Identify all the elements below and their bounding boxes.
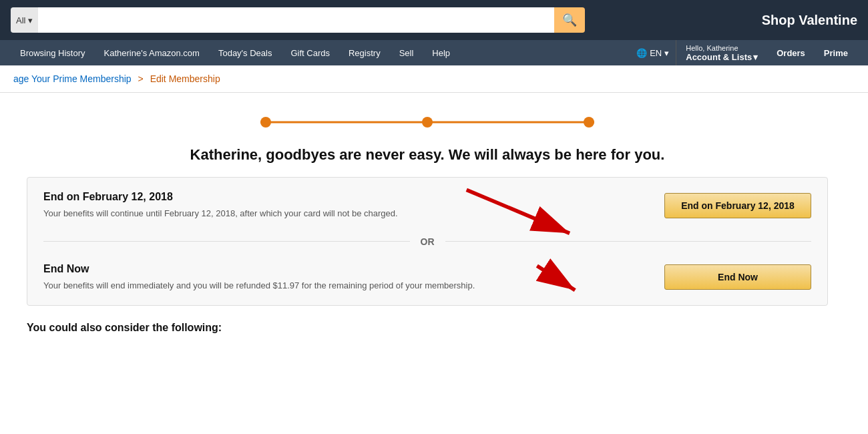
sidebar-item-sell[interactable]: Sell [390, 40, 423, 65]
top-bar: All ▾ 🔍 Shop Valentine [0, 0, 868, 40]
or-divider: OR [27, 234, 827, 250]
end-now-button[interactable]: End Now [664, 264, 811, 290]
breadcrumb-parent-link[interactable]: age Your Prime Membership [13, 73, 132, 84]
dropdown-arrow-icon: ▾ [28, 15, 33, 25]
shop-valentine-text: Shop Valentine [762, 13, 857, 28]
breadcrumb: age Your Prime Membership > Edit Members… [0, 65, 868, 93]
lang-label: EN [650, 48, 662, 58]
progress-dot-1 [260, 117, 271, 128]
account-section[interactable]: Hello, Katherine Account & Lists ▾ [676, 40, 767, 65]
search-category-dropdown[interactable]: All ▾ [11, 7, 38, 33]
options-card: End on February 12, 2018 Your benefits w… [27, 177, 828, 306]
end-on-date-button[interactable]: End on February 12, 2018 [664, 193, 811, 218]
progress-steps [27, 117, 828, 128]
option1-title: End on February 12, 2018 [43, 191, 638, 203]
option2-description: Your benefits will end immediately and y… [43, 279, 511, 292]
progress-dot-2 [422, 117, 433, 128]
main-content: Katherine, goodbyes are never easy. We w… [0, 93, 855, 353]
or-text: OR [410, 236, 445, 247]
search-icon: 🔍 [562, 13, 577, 27]
sidebar-item-browsing-history[interactable]: Browsing History [11, 40, 95, 65]
main-heading: Katherine, goodbyes are never easy. We w… [27, 146, 828, 164]
option2-title: End Now [43, 263, 638, 275]
search-container: All ▾ 🔍 [11, 7, 585, 33]
or-line-left [43, 241, 410, 242]
option1-description: Your benefits will continue until Februa… [43, 207, 511, 220]
globe-icon: 🌐 [636, 48, 647, 58]
option1-text: End on February 12, 2018 Your benefits w… [43, 191, 664, 220]
progress-dot-3 [584, 117, 594, 128]
search-category-label: All [16, 15, 25, 25]
account-arrow-icon: ▾ [753, 52, 758, 62]
sidebar-item-todays-deals[interactable]: Today's Deals [209, 40, 282, 65]
option-end-on-date-section: End on February 12, 2018 Your benefits w… [27, 178, 827, 234]
account-label: Account & Lists ▾ [686, 52, 758, 62]
sidebar-item-help[interactable]: Help [423, 40, 459, 65]
option-end-now-section: End Now Your benefits will end immediate… [27, 250, 827, 306]
breadcrumb-current: Edit Membership [150, 73, 220, 84]
or-line-right [445, 241, 812, 242]
progress-track [260, 117, 594, 128]
nav-items-right: 🌐 EN ▾ Hello, Katherine Account & Lists … [630, 40, 857, 65]
account-greeting: Hello, Katherine [686, 44, 758, 52]
lang-arrow-icon: ▾ [664, 48, 669, 58]
search-button[interactable]: 🔍 [554, 7, 585, 33]
nav-items-left: Browsing History Katherine's Amazon.com … [11, 40, 630, 65]
language-selector[interactable]: 🌐 EN ▾ [630, 40, 676, 65]
search-input[interactable] [38, 7, 554, 33]
orders-button[interactable]: Orders [767, 40, 815, 65]
sidebar-item-registry[interactable]: Registry [339, 40, 390, 65]
consider-heading: You could also consider the following: [27, 322, 828, 334]
sidebar-item-gift-cards[interactable]: Gift Cards [281, 40, 339, 65]
option2-text: End Now Your benefits will end immediate… [43, 263, 664, 292]
sidebar-item-kathys-amazon[interactable]: Katherine's Amazon.com [95, 40, 209, 65]
prime-button[interactable]: Prime [815, 40, 857, 65]
breadcrumb-separator: > [138, 73, 144, 84]
secondary-nav: Browsing History Katherine's Amazon.com … [0, 40, 868, 65]
